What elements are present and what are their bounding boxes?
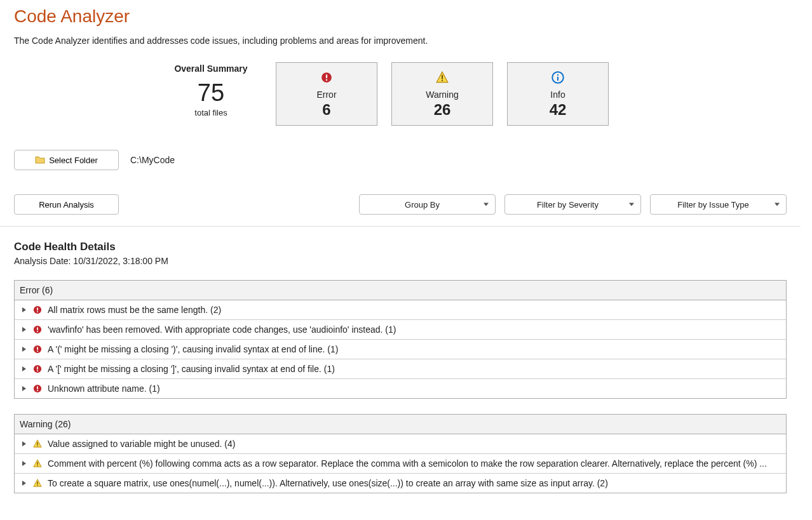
expand-icon — [22, 441, 26, 446]
group-by-dropdown[interactable]: Group By — [359, 194, 496, 215]
expand-icon — [22, 386, 26, 391]
error-icon — [32, 364, 43, 374]
issue-row[interactable]: Value assigned to variable might be unus… — [15, 434, 786, 454]
chevron-down-icon — [775, 203, 780, 206]
filter-issue-type-label: Filter by Issue Type — [677, 200, 748, 210]
select-folder-button[interactable]: Select Folder — [14, 150, 119, 170]
page-title: Code Analyzer — [14, 6, 787, 27]
rerun-analysis-label: Rerun Analysis — [39, 200, 94, 210]
expand-icon — [22, 347, 26, 352]
expand-icon — [22, 481, 26, 486]
summary-overall: Overall Summary 75 total files — [160, 62, 262, 126]
stat-card-info[interactable]: Info 42 — [507, 62, 609, 126]
chevron-down-icon — [629, 203, 634, 206]
issue-text: Comment with percent (%) following comma… — [48, 458, 767, 469]
stat-card-error[interactable]: Error 6 — [276, 62, 377, 126]
issue-text: All matrix rows must be the same length.… — [48, 305, 221, 315]
stat-card-info-label: Info — [513, 90, 603, 100]
issue-group: Error (6)All matrix rows must be the sam… — [14, 280, 787, 399]
warning-icon — [397, 70, 487, 84]
filter-severity-dropdown[interactable]: Filter by Severity — [504, 194, 641, 215]
issue-row[interactable]: A '(' might be missing a closing ')', ca… — [15, 340, 786, 359]
issue-text: To create a square matrix, use ones(nume… — [48, 478, 608, 488]
summary-total-value: 75 — [160, 80, 262, 107]
warning-icon — [32, 439, 43, 449]
filter-severity-label: Filter by Severity — [537, 200, 599, 210]
expand-icon — [22, 307, 26, 312]
stat-card-warning[interactable]: Warning 26 — [391, 62, 493, 126]
group-by-label: Group By — [405, 200, 440, 210]
issue-row[interactable]: Unknown attribute name. (1) — [15, 379, 786, 398]
issue-row[interactable]: 'wavfinfo' has been removed. With approp… — [15, 320, 786, 340]
summary-row: Overall Summary 75 total files Error 6 W… — [160, 62, 787, 126]
summary-overall-label: Overall Summary — [160, 63, 262, 74]
folder-row: Select Folder C:\MyCode — [14, 150, 787, 170]
folder-path: C:\MyCode — [130, 155, 175, 165]
issue-row[interactable]: Comment with percent (%) following comma… — [15, 454, 786, 474]
issue-text: A '(' might be missing a closing ')', ca… — [48, 344, 338, 354]
issue-group-header: Error (6) — [15, 281, 786, 300]
stat-card-info-count: 42 — [513, 101, 603, 119]
stat-card-error-count: 6 — [281, 101, 372, 119]
issue-group: Warning (26)Value assigned to variable m… — [14, 414, 787, 493]
info-icon — [513, 70, 603, 84]
summary-total-label: total files — [160, 108, 262, 117]
issue-row[interactable]: A '[' might be missing a closing ']', ca… — [15, 359, 786, 379]
warning-icon — [32, 478, 43, 488]
issue-text: Value assigned to variable might be unus… — [48, 439, 235, 449]
rerun-analysis-button[interactable]: Rerun Analysis — [14, 194, 119, 215]
issue-group-header: Warning (26) — [15, 415, 786, 434]
error-icon — [32, 344, 43, 354]
stat-card-warning-count: 26 — [397, 101, 487, 119]
issue-row[interactable]: To create a square matrix, use ones(nume… — [15, 474, 786, 493]
stat-card-error-label: Error — [281, 90, 372, 100]
issue-row[interactable]: All matrix rows must be the same length.… — [15, 300, 786, 320]
issue-text: A '[' might be missing a closing ']', ca… — [48, 364, 335, 374]
controls-row: Rerun Analysis Group By Filter by Severi… — [14, 194, 787, 215]
chevron-down-icon — [484, 203, 489, 206]
error-icon — [32, 305, 43, 315]
details-heading: Code Health Details — [14, 241, 787, 253]
expand-icon — [22, 461, 26, 466]
page-subtitle: The Code Analyzer identifies and address… — [14, 36, 787, 46]
error-icon — [32, 324, 43, 335]
issue-text: Unknown attribute name. (1) — [48, 383, 160, 394]
section-divider — [0, 226, 801, 227]
filter-issue-type-dropdown[interactable]: Filter by Issue Type — [650, 194, 787, 215]
warning-icon — [32, 458, 43, 469]
error-icon — [32, 383, 43, 394]
folder-icon — [35, 155, 45, 166]
expand-icon — [22, 366, 26, 371]
expand-icon — [22, 327, 26, 332]
stat-card-warning-label: Warning — [397, 90, 487, 100]
issue-text: 'wavfinfo' has been removed. With approp… — [48, 324, 396, 335]
analysis-date: Analysis Date: 10/31/2022, 3:18:00 PM — [14, 256, 787, 266]
select-folder-label: Select Folder — [49, 156, 98, 165]
error-icon — [281, 70, 372, 84]
